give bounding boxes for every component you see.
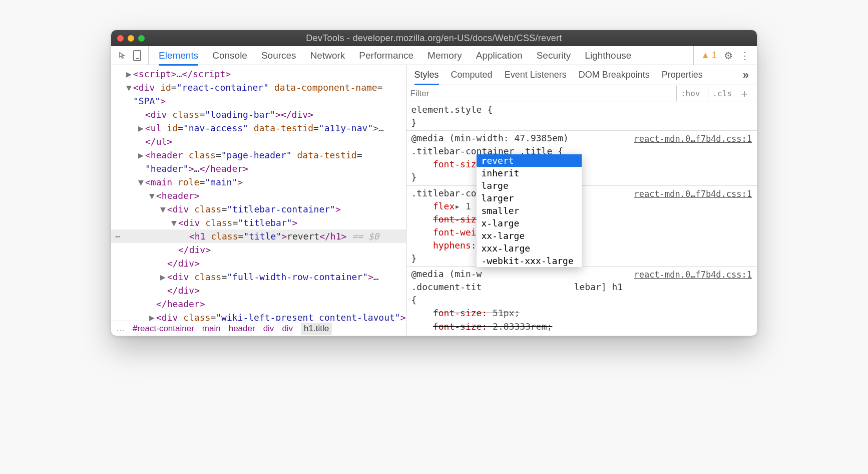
filter-input[interactable] [410,89,672,99]
autocomplete-option[interactable]: x-large [477,217,582,229]
crumb-item[interactable]: #react-container [133,324,194,334]
tab-performance[interactable]: Performance [359,50,413,61]
autocomplete-option[interactable]: -webkit-xxx-large [477,255,582,267]
dom-node[interactable]: ▶<header class="page-header" data-testid… [111,148,406,162]
crumb-item[interactable]: div [263,324,274,334]
crumb-item[interactable]: main [202,324,221,334]
dom-node[interactable]: </div> [111,257,406,270]
dom-node[interactable]: "header">…</header> [111,162,406,175]
autocomplete-popup[interactable]: revertinheritlargelargersmallerx-largexx… [477,154,582,267]
css-rule[interactable]: element.style {} [406,102,757,131]
source-link[interactable]: react-mdn.0…f7b4d.css:1 [634,269,752,281]
styles-rules[interactable]: element.style {}react-mdn.0…f7b4d.css:1@… [406,102,757,336]
autocomplete-option[interactable]: inherit [477,167,582,179]
more-tabs-icon[interactable]: » [743,69,749,82]
tab-console[interactable]: Console [212,50,247,61]
device-toggle-icon[interactable] [133,50,141,61]
subtab-styles[interactable]: Styles [414,70,439,80]
dom-node[interactable]: ▼<div class="titlebar"> [111,216,406,229]
autocomplete-option[interactable]: smaller [477,204,582,217]
devtools-window: DevTools - developer.mozilla.org/en-US/d… [111,30,757,336]
window-title: DevTools - developer.mozilla.org/en-US/d… [111,33,757,44]
tab-sources[interactable]: Sources [261,50,296,61]
dom-node[interactable]: ▼<div class="titlebar-container"> [111,202,406,216]
titlebar[interactable]: DevTools - developer.mozilla.org/en-US/d… [111,30,757,46]
subtab-properties[interactable]: Properties [662,70,703,80]
dom-node[interactable]: ▶<div class="wiki-left-present content-l… [111,311,406,321]
new-rule-icon[interactable]: ＋ [736,86,753,101]
dom-node[interactable]: </header> [111,297,406,311]
autocomplete-option[interactable]: revert [477,154,582,167]
dom-node[interactable]: ▼<div id="react-container" data-componen… [111,81,406,94]
warning-badge[interactable]: ▲ 1 [701,50,717,61]
tab-lighthouse[interactable]: Lighthouse [585,50,631,61]
styles-pane: StylesComputedEvent ListenersDOM Breakpo… [406,65,757,336]
subtab-dom-breakpoints[interactable]: DOM Breakpoints [579,70,650,80]
dom-node[interactable]: </div> [111,284,406,297]
filter-bar: :hov .cls ＋ [406,85,757,102]
hov-toggle[interactable]: :hov [676,86,704,101]
css-rule[interactable]: react-mdn.0…f7b4d.css:1@media (min-width… [406,131,757,185]
autocomplete-option[interactable]: xx-large [477,229,582,242]
more-icon[interactable]: ⋮ [740,50,750,62]
autocomplete-option[interactable]: larger [477,192,582,204]
styles-subtabs: StylesComputedEvent ListenersDOM Breakpo… [406,65,757,85]
crumb-item[interactable]: header [229,324,255,334]
css-rule[interactable]: react-mdn.0…f7b4d.css:1@media (min-w.doc… [406,267,757,336]
crumb-item[interactable]: div [282,324,293,334]
tab-security[interactable]: Security [537,50,571,61]
tab-network[interactable]: Network [310,50,345,61]
dom-node[interactable]: ▶<script>…</script> [111,67,406,81]
subtab-computed[interactable]: Computed [451,70,493,80]
breadcrumb[interactable]: …#react-containermainheaderdivdivh1.titl… [111,321,406,336]
dom-node[interactable]: <div class="loading-bar"></div> [111,108,406,121]
autocomplete-option[interactable]: xxx-large [477,242,582,255]
dom-node[interactable]: ▼<main role="main"> [111,175,406,189]
tab-application[interactable]: Application [476,50,523,61]
cls-toggle[interactable]: .cls [708,86,736,101]
inspect-icon[interactable] [118,51,127,61]
dom-node[interactable]: "SPA"> [111,94,406,108]
css-rule[interactable]: react-mdn.0…f7b4d.css:1.titlebar-cont fl… [406,186,757,267]
dom-node[interactable]: </ul> [111,135,406,148]
tab-memory[interactable]: Memory [427,50,462,61]
crumb-item[interactable]: h1.title [301,323,332,335]
dom-node[interactable]: </div> [111,243,406,257]
autocomplete-option[interactable]: large [477,179,582,192]
dom-node[interactable]: ▼<header> [111,189,406,202]
dom-tree[interactable]: ▶<script>…</script>▼<div id="react-conta… [111,65,406,321]
main-toolbar: ElementsConsoleSourcesNetworkPerformance… [111,46,757,65]
dom-node[interactable]: ▶<ul id="nav-access" data-testid="a11y-n… [111,121,406,135]
elements-pane: ▶<script>…</script>▼<div id="react-conta… [111,65,406,336]
settings-icon[interactable]: ⚙ [724,50,733,62]
crumb-item[interactable]: … [116,324,125,334]
source-link[interactable]: react-mdn.0…f7b4d.css:1 [634,133,752,145]
tab-elements[interactable]: Elements [159,50,198,61]
subtab-event-listeners[interactable]: Event Listeners [505,70,567,80]
dom-node[interactable]: ▶<div class="full-width-row-container">… [111,270,406,284]
dom-node[interactable]: <h1 class="title">revert</h1> == $0 [111,229,406,243]
source-link[interactable]: react-mdn.0…f7b4d.css:1 [634,188,752,200]
